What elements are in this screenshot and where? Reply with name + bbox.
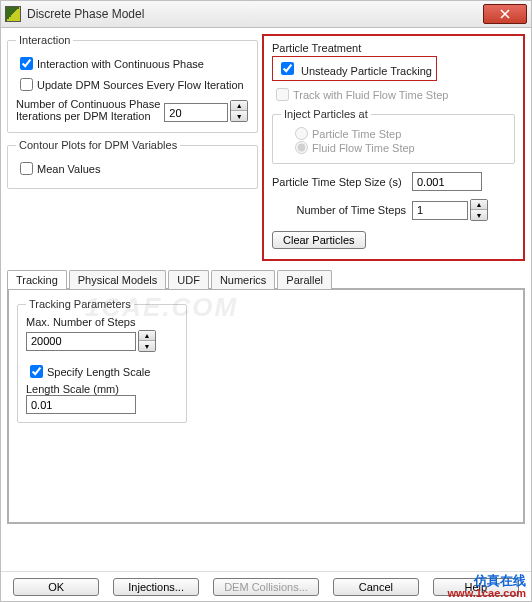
tracking-params-group: Tracking Parameters Max. Number of Steps… xyxy=(17,298,187,423)
ok-button[interactable]: OK xyxy=(13,578,99,596)
interaction-group: Interaction Interaction with Continuous … xyxy=(7,34,258,133)
particle-treatment-highlight: Particle Treatment Unsteady Particle Tra… xyxy=(262,34,525,261)
site-overlay-cn: 仿真在线 xyxy=(448,574,526,587)
update-dpm-checkbox[interactable] xyxy=(20,78,33,91)
particle-legend: Particle Treatment xyxy=(268,40,519,54)
site-overlay-url: www.1cae.com xyxy=(448,587,526,600)
unsteady-checkbox[interactable] xyxy=(281,62,294,75)
site-overlay: 仿真在线 www.1cae.com xyxy=(448,574,526,600)
maxsteps-spin-down[interactable]: ▼ xyxy=(139,341,155,351)
window-title: Discrete Phase Model xyxy=(27,7,144,21)
update-dpm-label: Update DPM Sources Every Flow Iteration xyxy=(37,79,244,91)
contour-legend: Contour Plots for DPM Variables xyxy=(16,139,180,151)
interaction-continuous-label: Interaction with Continuous Phase xyxy=(37,58,204,70)
length-scale-label: Length Scale (mm) xyxy=(26,383,178,395)
nts-input[interactable] xyxy=(412,201,468,220)
tracking-params-legend: Tracking Parameters xyxy=(26,298,134,310)
nts-spin-down[interactable]: ▼ xyxy=(471,210,487,220)
app-icon xyxy=(5,6,21,22)
unsteady-highlight: Unsteady Particle Tracking xyxy=(272,56,437,81)
interaction-continuous-checkbox[interactable] xyxy=(20,57,33,70)
tab-tracking[interactable]: Tracking xyxy=(7,270,67,289)
cancel-button[interactable]: Cancel xyxy=(333,578,419,596)
specify-length-label: Specify Length Scale xyxy=(47,366,150,378)
contour-group: Contour Plots for DPM Variables Mean Val… xyxy=(7,139,258,189)
tab-container: Tracking Physical Models UDF Numerics Pa… xyxy=(7,269,525,524)
radio-fluid-step-label: Fluid Flow Time Step xyxy=(312,142,415,154)
maxsteps-label: Max. Number of Steps xyxy=(26,316,178,328)
clear-particles-button[interactable]: Clear Particles xyxy=(272,231,366,249)
mean-values-checkbox[interactable] xyxy=(20,162,33,175)
ncont-spin-up[interactable]: ▲ xyxy=(231,101,247,111)
radio-particle-step-label: Particle Time Step xyxy=(312,128,401,140)
nts-label: Number of Time Steps xyxy=(272,204,412,216)
ncont-spin-down[interactable]: ▼ xyxy=(231,111,247,121)
unsteady-label: Unsteady Particle Tracking xyxy=(301,65,432,77)
tab-numerics[interactable]: Numerics xyxy=(211,270,275,289)
maxsteps-input[interactable] xyxy=(26,332,136,351)
titlebar: Discrete Phase Model xyxy=(0,0,532,28)
ncont-spinner[interactable]: ▲ ▼ xyxy=(230,100,248,122)
maxsteps-spinner[interactable]: ▲ ▼ xyxy=(138,330,156,352)
dem-collisions-button: DEM Collisions... xyxy=(213,578,319,596)
inject-at-group: Inject Particles at Particle Time Step F… xyxy=(272,108,515,164)
maxsteps-spin-up[interactable]: ▲ xyxy=(139,331,155,341)
mean-values-label: Mean Values xyxy=(37,163,100,175)
injections-button[interactable]: Injections... xyxy=(113,578,199,596)
inject-at-legend: Inject Particles at xyxy=(281,108,371,120)
trackfft-checkbox xyxy=(276,88,289,101)
ncont-input[interactable] xyxy=(164,103,228,122)
tab-udf[interactable]: UDF xyxy=(168,270,209,289)
interaction-legend: Interaction xyxy=(16,34,73,46)
specify-length-checkbox[interactable] xyxy=(30,365,43,378)
length-scale-input[interactable] xyxy=(26,395,136,414)
dialog-body: Interaction Interaction with Continuous … xyxy=(0,28,532,602)
close-button[interactable] xyxy=(483,4,527,24)
radio-particle-step xyxy=(295,127,308,140)
ptss-label: Particle Time Step Size (s) xyxy=(272,176,412,188)
trackfft-label: Track with Fluid Flow Time Step xyxy=(293,89,448,101)
tab-body-tracking: Tracking Parameters Max. Number of Steps… xyxy=(7,288,525,524)
ncont-label: Number of Continuous Phase Iterations pe… xyxy=(16,98,160,122)
tab-parallel[interactable]: Parallel xyxy=(277,270,332,289)
nts-spinner[interactable]: ▲ ▼ xyxy=(470,199,488,221)
radio-fluid-step xyxy=(295,141,308,154)
ptss-input[interactable] xyxy=(412,172,482,191)
close-icon xyxy=(500,9,510,19)
tab-physical-models[interactable]: Physical Models xyxy=(69,270,166,289)
nts-spin-up[interactable]: ▲ xyxy=(471,200,487,210)
